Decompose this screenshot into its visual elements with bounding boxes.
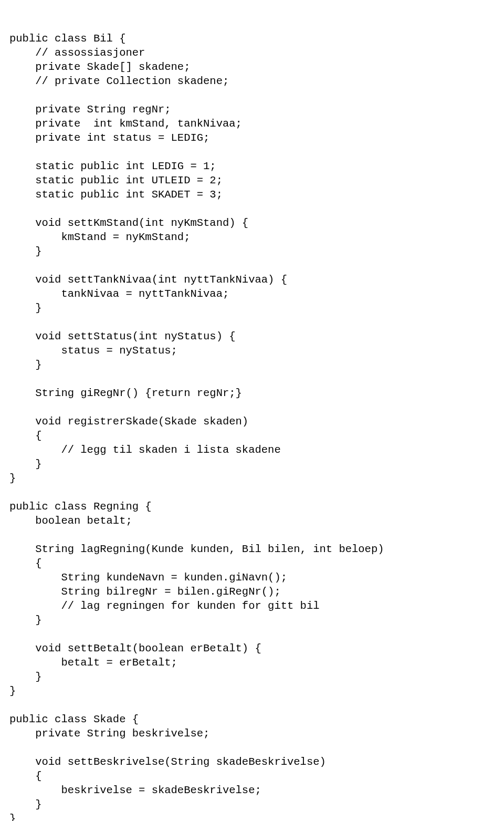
code-document: public class Bil { // assossiasjoner pri…: [0, 0, 504, 821]
code-block: public class Bil { // assossiasjoner pri…: [9, 32, 495, 821]
